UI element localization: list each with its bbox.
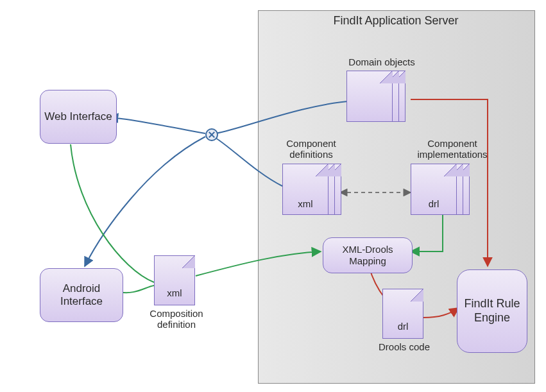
- doc-composition-definition: xml: [154, 255, 195, 305]
- docstack-component-definitions: xml: [282, 164, 346, 228]
- doc-drools-code: drl: [382, 289, 423, 339]
- folded-corner-icon: [411, 289, 423, 302]
- server-title: FindIt Application Server: [258, 14, 534, 28]
- caption-component-definitions: Component definitions: [269, 138, 353, 160]
- docstack-component-implementations: drl: [411, 164, 475, 228]
- node-web-interface: Web Interface: [40, 90, 117, 144]
- doc-text: drl: [383, 321, 423, 332]
- merge-junction-icon: [205, 128, 218, 141]
- doc-text: xml: [283, 198, 328, 209]
- diagram-canvas: { "server_title": "FindIt Application Se…: [0, 0, 546, 392]
- docstack-domain-objects: [346, 71, 411, 135]
- node-findit-rule-engine: FindIt Rule Engine: [457, 269, 527, 353]
- doc-text: drl: [411, 198, 456, 209]
- folded-corner-icon: [182, 255, 195, 268]
- caption-drools-code: Drools code: [366, 341, 443, 352]
- doc-text: xml: [155, 287, 194, 298]
- caption-domain-objects: Domain objects: [334, 56, 430, 67]
- node-xml-drools-mapping: XML-Drools Mapping: [323, 237, 413, 273]
- node-android-interface: Android Interface: [40, 268, 123, 322]
- caption-composition-definition: Composition definition: [135, 308, 218, 330]
- caption-component-implementations: Component implementations: [401, 138, 504, 160]
